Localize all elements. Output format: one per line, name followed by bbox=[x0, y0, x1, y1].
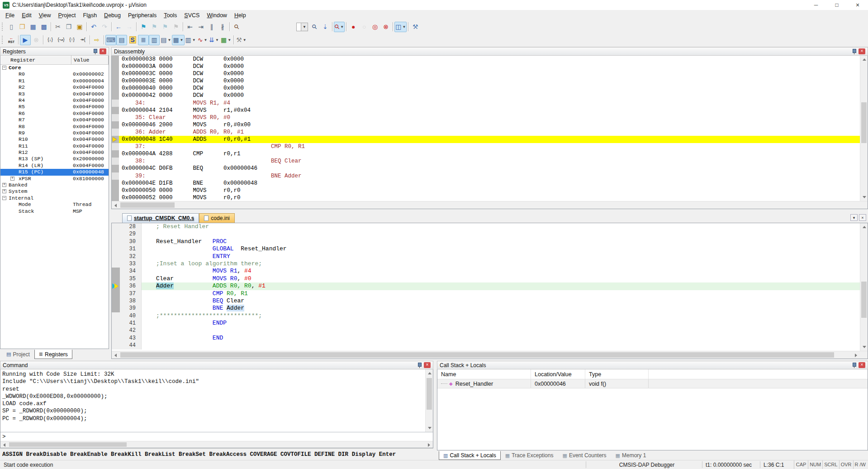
disassembly-line[interactable]: 34: MOVS R1, #4 bbox=[112, 100, 860, 107]
register-row-internal[interactable]: −Internal bbox=[0, 195, 109, 201]
menu-window[interactable]: Window bbox=[203, 11, 230, 20]
command-window-button[interactable]: ⌨ bbox=[105, 35, 116, 45]
editor-tab-code-ini[interactable]: code.ini bbox=[199, 213, 234, 223]
system-viewer-button[interactable]: ▦▼ bbox=[220, 35, 232, 45]
uncomment-button[interactable]: ∦ bbox=[217, 22, 228, 32]
editor-code[interactable]: BEQ Clear bbox=[142, 297, 860, 305]
register-row-r14-lr-[interactable]: R14 (LR)0x004F0000 bbox=[0, 163, 109, 169]
disassembly-gutter[interactable] bbox=[112, 121, 119, 129]
show-next-statement-button[interactable]: ⇨ bbox=[91, 35, 102, 45]
register-row-r6[interactable]: R60x004F0000 bbox=[0, 110, 109, 117]
disassembly-line[interactable]: 36: Adder ADDS R0, R0, #1 bbox=[112, 129, 860, 136]
menu-help[interactable]: Help bbox=[231, 11, 250, 20]
disassembly-line[interactable]: 37: CMP R0, R1 bbox=[112, 143, 860, 150]
find-combo[interactable]: ▼ bbox=[296, 23, 308, 31]
location-column-header[interactable]: Location/Value bbox=[531, 369, 585, 379]
collapse-icon[interactable]: − bbox=[2, 66, 6, 70]
comment-button[interactable]: ∥ bbox=[206, 22, 217, 32]
workspace-tab-project[interactable]: ▤Project bbox=[2, 349, 34, 359]
run-button[interactable]: ▶ bbox=[20, 35, 31, 45]
editor-line-38[interactable]: 38 BEQ Clear bbox=[112, 297, 860, 305]
navigate-back-button[interactable]: ← bbox=[113, 22, 124, 32]
editor-line-33[interactable]: 33;Inset a loop algorithm there; bbox=[112, 260, 860, 268]
incremental-find-button[interactable]: ⇣ bbox=[320, 22, 331, 32]
command-vertical-scrollbar[interactable] bbox=[425, 369, 433, 432]
scrollbar-track[interactable] bbox=[119, 351, 852, 359]
callstack-tab-trace-exceptions[interactable]: ▦Trace Exceptions bbox=[501, 451, 558, 460]
symbol-window-button[interactable]: S bbox=[127, 35, 138, 45]
disassembly-gutter[interactable] bbox=[112, 107, 119, 114]
scroll-right-button[interactable] bbox=[852, 351, 860, 359]
scroll-left-button[interactable] bbox=[112, 201, 119, 209]
editor-code[interactable]: GLOBAL Reset_Handler bbox=[142, 245, 860, 253]
editor-code[interactable]: CMP R0, R1 bbox=[142, 290, 860, 297]
insert-breakpoint-button[interactable]: ● bbox=[348, 22, 359, 32]
analysis-window-button[interactable]: ∿▼ bbox=[197, 35, 209, 45]
close-panel-button[interactable]: × bbox=[424, 362, 431, 368]
disassembly-window-button[interactable]: ▤ bbox=[116, 35, 127, 45]
editor-margin[interactable] bbox=[112, 305, 120, 312]
new-file-button[interactable]: ▯ bbox=[6, 22, 17, 32]
disassembly-gutter[interactable] bbox=[112, 77, 119, 85]
disassembly-gutter[interactable] bbox=[112, 114, 119, 121]
disassembly-line[interactable]: 0x00000040 0000 DCW 0x0000 bbox=[112, 85, 860, 92]
editor-line-29[interactable]: 29 bbox=[112, 230, 860, 238]
editor-code[interactable]: ;Inset a loop algorithm there; bbox=[142, 260, 860, 268]
close-document-button[interactable]: × bbox=[859, 214, 866, 221]
cut-button[interactable]: ✂ bbox=[52, 22, 63, 32]
bottom-splitter[interactable] bbox=[433, 361, 437, 460]
save-button[interactable]: ▦ bbox=[28, 22, 38, 32]
editor-line-44[interactable]: 44 bbox=[112, 342, 860, 349]
editor-line-41[interactable]: 41 ENDP bbox=[112, 320, 860, 327]
scrollbar-thumb[interactable] bbox=[120, 202, 175, 208]
register-row-mode[interactable]: ModeThread bbox=[0, 201, 109, 208]
disassembly-line[interactable]: 0x00000046 2000 MOVS r0,#0x00 bbox=[112, 121, 860, 129]
watch-window-button[interactable]: ▤▼ bbox=[160, 35, 172, 45]
reset-button[interactable]: ←RST bbox=[6, 35, 17, 45]
editor-code[interactable]: END bbox=[142, 335, 860, 342]
register-row-xpsr[interactable]: +xPSR0x81000000 bbox=[0, 176, 109, 182]
disassembly-gutter[interactable] bbox=[112, 194, 119, 201]
editor-code[interactable]: ;****************************; bbox=[142, 312, 860, 320]
editor-code[interactable]: ; Reset Handler bbox=[142, 223, 860, 230]
disassembly-line[interactable]: 38: BEQ Clear bbox=[112, 158, 860, 165]
editor-margin[interactable] bbox=[112, 245, 120, 253]
editor-tab-startup-cmsdk-cm0-s[interactable]: startup_CMSDK_CM0.s bbox=[122, 213, 199, 223]
editor-line-39[interactable]: 39 BNE Adder bbox=[112, 305, 860, 312]
editor-line-32[interactable]: 32 ENTRY bbox=[112, 253, 860, 260]
editor-code[interactable]: Clear MOVS R0, #0 bbox=[142, 275, 860, 282]
disassembly-line[interactable]: 0x0000003A 0000 DCW 0x0000 bbox=[112, 63, 860, 70]
register-row-r11[interactable]: R110x004F0000 bbox=[0, 143, 109, 149]
editor-line-30[interactable]: 30Reset_Handler PROC bbox=[112, 238, 860, 245]
scrollbar-track[interactable] bbox=[860, 63, 868, 193]
editor-code[interactable]: MOVS R1, #4 bbox=[142, 268, 860, 275]
disassembly-gutter[interactable] bbox=[112, 165, 119, 172]
step-out-button[interactable]: {↑} bbox=[66, 35, 77, 45]
editor-margin[interactable] bbox=[112, 342, 120, 349]
serial-window-button[interactable]: ▥▼ bbox=[185, 35, 197, 45]
editor-margin[interactable] bbox=[112, 290, 120, 297]
editor-margin[interactable] bbox=[112, 320, 120, 327]
callstack-row[interactable]: ◆Reset_Handler0x00000046void f() bbox=[437, 379, 868, 388]
disassembly-gutter[interactable] bbox=[112, 92, 119, 99]
close-panel-button[interactable]: × bbox=[100, 48, 106, 54]
name-column-header[interactable]: Name bbox=[437, 369, 531, 379]
disassembly-horizontal-scrollbar[interactable] bbox=[112, 201, 868, 209]
register-row-r4[interactable]: R40x004F0000 bbox=[0, 97, 109, 104]
find-in-files-button[interactable]: ⚲ bbox=[231, 22, 242, 32]
editor-margin[interactable] bbox=[112, 282, 120, 290]
editor-line-43[interactable]: 43 END bbox=[112, 335, 860, 342]
editor-code[interactable]: Reset_Handler PROC bbox=[142, 238, 860, 245]
register-row-stack[interactable]: StackMSP bbox=[0, 208, 109, 215]
editor-line-34[interactable]: 34 MOVS R1, #4 bbox=[112, 268, 860, 275]
register-row-r2[interactable]: R20x004F0000 bbox=[0, 84, 109, 91]
editor-code[interactable] bbox=[142, 342, 860, 349]
disassembly-gutter[interactable] bbox=[112, 85, 119, 92]
disassembly-gutter[interactable] bbox=[112, 150, 119, 158]
editor-margin[interactable] bbox=[112, 297, 120, 305]
pin-icon[interactable] bbox=[852, 362, 857, 368]
expand-icon[interactable]: + bbox=[10, 177, 14, 181]
disassembly-vertical-scrollbar[interactable] bbox=[860, 56, 868, 201]
scroll-left-button[interactable] bbox=[112, 351, 119, 359]
editor-margin[interactable] bbox=[112, 238, 120, 245]
